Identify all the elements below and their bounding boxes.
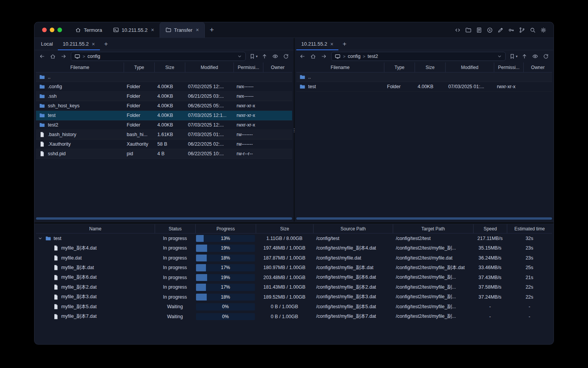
- transfer-row[interactable]: myfile_副本4.datIn progress19%197.48MB / 1…: [36, 243, 552, 253]
- home-button-right[interactable]: [308, 52, 318, 61]
- column-header-progress[interactable]: Progress: [195, 224, 256, 233]
- app-tab-termora[interactable]: Termora: [70, 22, 108, 38]
- file-row[interactable]: sshd.pidpid4 B06/22/2025 10:...rw-r--r--: [36, 149, 292, 159]
- bookmark-dropdown-icon[interactable]: ▾: [516, 54, 518, 58]
- parent-directory-button-left[interactable]: [260, 52, 270, 61]
- collapse-icon[interactable]: [38, 236, 43, 241]
- file-owner-cell: [263, 101, 292, 110]
- column-header-size[interactable]: Size: [154, 62, 185, 72]
- transfer-target-path: /config/test2/test/myfile_副...: [393, 312, 473, 322]
- column-header-estimated-time[interactable]: Estimated time: [507, 224, 552, 233]
- new-file-tab-button-left[interactable]: +: [100, 38, 112, 50]
- path-combobox-right[interactable]: >config>test2: [331, 52, 506, 61]
- file-row[interactable]: ..: [296, 72, 552, 82]
- file-row[interactable]: ..: [36, 72, 292, 82]
- column-header-filename[interactable]: Filename: [36, 62, 124, 72]
- transfer-speed: -: [473, 302, 507, 312]
- new-app-tab-button[interactable]: +: [205, 22, 219, 38]
- close-window-button[interactable]: [42, 28, 47, 32]
- transfer-row[interactable]: myfile_副本6.datIn progress19%203.48MB / 1…: [36, 273, 552, 283]
- zoom-window-button[interactable]: [57, 28, 62, 32]
- new-file-tab-button-right[interactable]: +: [338, 38, 351, 50]
- transfer-row[interactable]: myfile_副本5.datWaiting0%0 B / 1.00GB/conf…: [36, 302, 552, 312]
- column-header-owner[interactable]: Owner: [263, 62, 292, 72]
- column-header-modified[interactable]: Modified: [185, 62, 234, 72]
- record-icon[interactable]: [487, 27, 493, 33]
- close-tab-icon[interactable]: ×: [330, 41, 333, 47]
- bookmark-button-right[interactable]: ▾: [508, 53, 519, 59]
- column-header-target-path[interactable]: Target Path: [393, 224, 473, 233]
- back-button-right[interactable]: [297, 52, 307, 61]
- column-header-status[interactable]: Status: [155, 224, 195, 233]
- transfer-row[interactable]: myfile.datIn progress18%187.87MB / 1.00G…: [36, 253, 552, 263]
- transfer-row[interactable]: myfile_副本.datIn progress17%180.97MB / 1.…: [36, 263, 552, 273]
- path-combobox-left[interactable]: >config: [71, 52, 246, 61]
- doc-icon[interactable]: [476, 27, 482, 33]
- refresh-button-right[interactable]: [541, 52, 551, 61]
- branch-icon[interactable]: [519, 27, 525, 33]
- minimize-window-button[interactable]: [50, 28, 54, 32]
- show-hidden-files-button-right[interactable]: [530, 52, 540, 61]
- close-tab-icon[interactable]: ×: [151, 27, 154, 33]
- transfer-row[interactable]: testIn progress13%1.11GB / 8.00GB/config…: [36, 233, 552, 243]
- file-row[interactable]: .configFolder4.00KB07/02/2025 12:...rwx-…: [36, 82, 292, 92]
- file-size-cell: 4 B: [154, 149, 185, 158]
- file-row[interactable]: .bash_historybash_hi...1.61KB07/03/2025 …: [36, 130, 292, 140]
- back-button-left[interactable]: [37, 52, 47, 61]
- column-header-speed[interactable]: Speed: [473, 224, 507, 233]
- file-row[interactable]: ssh_host_keysFolder4.00KB06/26/2025 05:.…: [36, 101, 292, 111]
- close-tab-icon[interactable]: ×: [196, 27, 199, 33]
- file-row[interactable]: test2Folder4.00KB07/03/2025 12:...rwxr-x…: [36, 120, 292, 130]
- refresh-button-left[interactable]: [281, 52, 291, 61]
- app-tab-transfer[interactable]: Transfer×: [160, 22, 205, 38]
- parent-directory-button-right[interactable]: [519, 52, 529, 61]
- column-header-size[interactable]: Size: [256, 224, 313, 233]
- horizontal-splitter[interactable]: •••: [34, 222, 554, 224]
- show-hidden-files-button-left[interactable]: [270, 52, 280, 61]
- folder_o-icon[interactable]: [465, 27, 472, 33]
- file-size-cell: 4.00KB: [154, 82, 185, 91]
- chevron-down-icon[interactable]: [497, 54, 502, 59]
- file-perms-cell: [494, 72, 523, 82]
- breadcrumb-item-config[interactable]: config: [87, 54, 100, 59]
- transfer-source-path: /config/test/myfile_副本5.dat: [313, 302, 393, 312]
- column-header-source-path[interactable]: Source Path: [313, 224, 393, 233]
- column-header-permissi[interactable]: Permissi...: [234, 62, 263, 72]
- column-header-type[interactable]: Type: [124, 62, 154, 72]
- key-icon[interactable]: [508, 27, 514, 33]
- horizontal-scrollbar-left[interactable]: [36, 217, 292, 220]
- breadcrumb-item-config[interactable]: config: [348, 54, 360, 59]
- file-owner-cell: [263, 111, 292, 120]
- search-icon[interactable]: [529, 27, 536, 33]
- bookmark-dropdown-icon[interactable]: ▾: [256, 54, 258, 58]
- transfer-row[interactable]: myfile_副本7.datWaiting0%0 B / 1.00GB/conf…: [36, 312, 552, 322]
- transfer-row[interactable]: myfile_副本2.datIn progress17%181.43MB / 1…: [36, 283, 552, 292]
- column-header-permissi[interactable]: Permissi...: [494, 62, 523, 72]
- forward-button-right[interactable]: [319, 52, 329, 61]
- transfer-row[interactable]: myfile_副本3.datIn progress18%189.52MB / 1…: [36, 292, 552, 302]
- file-tab-10-211-55-2-left[interactable]: 10.211.55.2×: [58, 38, 100, 50]
- chevron-down-icon[interactable]: [237, 54, 242, 59]
- forward-button-left[interactable]: [59, 52, 69, 61]
- breadcrumb-item-test2[interactable]: test2: [368, 54, 378, 59]
- column-header-filename[interactable]: Filename: [296, 62, 384, 72]
- gear-icon[interactable]: [540, 27, 547, 33]
- column-header-name[interactable]: Name: [36, 224, 155, 233]
- file-tab-local-left[interactable]: Local: [36, 38, 58, 50]
- code-icon[interactable]: [454, 27, 461, 33]
- horizontal-scrollbar-right[interactable]: [296, 217, 552, 220]
- file-row[interactable]: testFolder4.00KB07/03/2025 01:...rwxr-xr…: [296, 82, 552, 92]
- column-header-size[interactable]: Size: [415, 62, 445, 72]
- column-header-modified[interactable]: Modified: [445, 62, 494, 72]
- app-tab-10-211-55-2[interactable]: 10.211.55.2×: [108, 22, 160, 38]
- edit-icon[interactable]: [497, 27, 504, 33]
- column-header-type[interactable]: Type: [384, 62, 415, 72]
- column-header-owner[interactable]: Owner: [523, 62, 552, 72]
- bookmark-button-left[interactable]: ▾: [248, 53, 259, 59]
- file-row[interactable]: .XauthorityXauthority58 B06/22/2025 02:.…: [36, 140, 292, 149]
- home-button-left[interactable]: [48, 52, 58, 61]
- file-tab-10-211-55-2-right[interactable]: 10.211.55.2×: [296, 38, 338, 50]
- file-row[interactable]: .sshFolder4.00KB06/21/2025 03:...rwx----…: [36, 92, 292, 101]
- close-tab-icon[interactable]: ×: [92, 41, 95, 47]
- file-row[interactable]: testFolder4.00KB07/03/2025 12:1...rwxr-x…: [36, 111, 292, 120]
